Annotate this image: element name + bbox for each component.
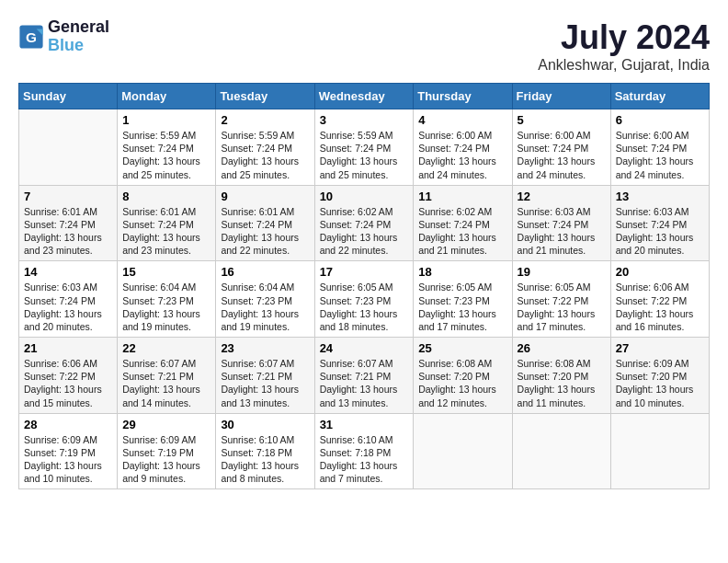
day-number: 16 [221,265,309,279]
day-info: Sunrise: 6:02 AM Sunset: 7:24 PM Dayligh… [418,205,506,258]
calendar-cell: 28Sunrise: 6:09 AM Sunset: 7:19 PM Dayli… [19,413,118,489]
day-number: 18 [418,265,506,279]
weekday-header-saturday: Saturday [610,84,709,109]
calendar-cell: 25Sunrise: 6:08 AM Sunset: 7:20 PM Dayli… [414,338,512,414]
subtitle: Ankleshwar, Gujarat, India [538,57,710,74]
week-row-2: 7Sunrise: 6:01 AM Sunset: 7:24 PM Daylig… [19,185,710,261]
day-number: 7 [24,190,112,203]
logo-icon: G [18,24,44,50]
calendar-cell: 22Sunrise: 6:07 AM Sunset: 7:21 PM Dayli… [118,338,216,414]
calendar-cell: 6Sunrise: 6:00 AM Sunset: 7:24 PM Daylig… [610,109,709,186]
calendar-cell: 24Sunrise: 6:07 AM Sunset: 7:21 PM Dayli… [314,338,414,414]
calendar-cell: 9Sunrise: 6:01 AM Sunset: 7:24 PM Daylig… [216,185,314,261]
calendar-cell: 3Sunrise: 5:59 AM Sunset: 7:24 PM Daylig… [314,109,414,186]
day-info: Sunrise: 6:03 AM Sunset: 7:24 PM Dayligh… [24,281,112,333]
day-info: Sunrise: 6:06 AM Sunset: 7:22 PM Dayligh… [616,281,704,333]
week-row-4: 21Sunrise: 6:06 AM Sunset: 7:22 PM Dayli… [19,338,710,414]
day-info: Sunrise: 6:02 AM Sunset: 7:24 PM Dayligh… [320,205,409,258]
day-info: Sunrise: 6:00 AM Sunset: 7:24 PM Dayligh… [616,129,704,181]
day-number: 13 [616,190,704,203]
calendar-cell [19,109,118,186]
logo: G GeneralBlue [18,18,109,55]
calendar-cell: 8Sunrise: 6:01 AM Sunset: 7:24 PM Daylig… [118,185,216,261]
day-number: 28 [24,418,112,431]
day-info: Sunrise: 5:59 AM Sunset: 7:24 PM Dayligh… [221,129,309,181]
calendar-cell: 17Sunrise: 6:05 AM Sunset: 7:23 PM Dayli… [314,261,414,338]
weekday-header-row: SundayMondayTuesdayWednesdayThursdayFrid… [19,84,710,109]
day-info: Sunrise: 6:03 AM Sunset: 7:24 PM Dayligh… [518,205,606,258]
day-info: Sunrise: 6:05 AM Sunset: 7:22 PM Dayligh… [518,281,606,333]
day-info: Sunrise: 6:05 AM Sunset: 7:23 PM Dayligh… [320,281,409,333]
day-number: 23 [221,341,309,355]
day-number: 22 [122,341,210,355]
day-number: 21 [24,341,112,355]
day-info: Sunrise: 6:00 AM Sunset: 7:24 PM Dayligh… [518,129,606,181]
day-info: Sunrise: 6:03 AM Sunset: 7:24 PM Dayligh… [616,205,704,258]
day-info: Sunrise: 6:00 AM Sunset: 7:24 PM Dayligh… [418,129,506,181]
day-number: 30 [221,418,309,431]
day-info: Sunrise: 6:09 AM Sunset: 7:20 PM Dayligh… [616,357,704,409]
calendar-cell: 26Sunrise: 6:08 AM Sunset: 7:20 PM Dayli… [512,338,610,414]
calendar-cell: 23Sunrise: 6:07 AM Sunset: 7:21 PM Dayli… [216,338,314,414]
day-number: 10 [320,190,409,203]
day-number: 9 [221,190,309,203]
calendar-cell: 30Sunrise: 6:10 AM Sunset: 7:18 PM Dayli… [216,413,314,489]
day-info: Sunrise: 6:01 AM Sunset: 7:24 PM Dayligh… [24,205,112,258]
calendar-cell: 1Sunrise: 5:59 AM Sunset: 7:24 PM Daylig… [118,109,216,186]
day-info: Sunrise: 6:07 AM Sunset: 7:21 PM Dayligh… [320,357,409,409]
day-info: Sunrise: 6:08 AM Sunset: 7:20 PM Dayligh… [418,357,506,409]
calendar-cell: 2Sunrise: 5:59 AM Sunset: 7:24 PM Daylig… [216,109,314,186]
calendar-cell: 16Sunrise: 6:04 AM Sunset: 7:23 PM Dayli… [216,261,314,338]
day-number: 29 [122,418,210,431]
week-row-1: 1Sunrise: 5:59 AM Sunset: 7:24 PM Daylig… [19,109,710,186]
day-info: Sunrise: 6:05 AM Sunset: 7:23 PM Dayligh… [418,281,506,333]
day-number: 1 [122,113,210,127]
weekday-header-thursday: Thursday [414,84,512,109]
day-info: Sunrise: 6:04 AM Sunset: 7:23 PM Dayligh… [221,281,309,333]
day-number: 20 [616,265,704,279]
day-info: Sunrise: 6:04 AM Sunset: 7:23 PM Dayligh… [122,281,210,333]
calendar-cell: 15Sunrise: 6:04 AM Sunset: 7:23 PM Dayli… [118,261,216,338]
calendar-cell [414,413,512,489]
day-info: Sunrise: 6:01 AM Sunset: 7:24 PM Dayligh… [122,205,210,258]
day-info: Sunrise: 5:59 AM Sunset: 7:24 PM Dayligh… [122,129,210,181]
day-info: Sunrise: 6:06 AM Sunset: 7:22 PM Dayligh… [24,357,112,409]
day-info: Sunrise: 6:10 AM Sunset: 7:18 PM Dayligh… [221,433,309,486]
day-info: Sunrise: 5:59 AM Sunset: 7:24 PM Dayligh… [320,129,409,181]
day-number: 8 [122,190,210,203]
calendar-cell: 18Sunrise: 6:05 AM Sunset: 7:23 PM Dayli… [414,261,512,338]
weekday-header-friday: Friday [512,84,610,109]
weekday-header-monday: Monday [118,84,216,109]
calendar-cell: 5Sunrise: 6:00 AM Sunset: 7:24 PM Daylig… [512,109,610,186]
day-info: Sunrise: 6:08 AM Sunset: 7:20 PM Dayligh… [518,357,606,409]
calendar-cell: 31Sunrise: 6:10 AM Sunset: 7:18 PM Dayli… [314,413,414,489]
weekday-header-wednesday: Wednesday [314,84,414,109]
day-number: 3 [320,113,409,127]
day-number: 19 [518,265,606,279]
week-row-5: 28Sunrise: 6:09 AM Sunset: 7:19 PM Dayli… [19,413,710,489]
day-number: 31 [320,418,409,431]
day-number: 26 [518,341,606,355]
day-info: Sunrise: 6:10 AM Sunset: 7:18 PM Dayligh… [320,433,409,486]
day-info: Sunrise: 6:09 AM Sunset: 7:19 PM Dayligh… [122,433,210,486]
logo-text: GeneralBlue [48,18,109,55]
day-number: 11 [418,190,506,203]
calendar-cell: 19Sunrise: 6:05 AM Sunset: 7:22 PM Dayli… [512,261,610,338]
day-number: 17 [320,265,409,279]
day-number: 25 [418,341,506,355]
day-info: Sunrise: 6:09 AM Sunset: 7:19 PM Dayligh… [24,433,112,486]
calendar-cell: 27Sunrise: 6:09 AM Sunset: 7:20 PM Dayli… [610,338,709,414]
week-row-3: 14Sunrise: 6:03 AM Sunset: 7:24 PM Dayli… [19,261,710,338]
calendar-cell: 29Sunrise: 6:09 AM Sunset: 7:19 PM Dayli… [118,413,216,489]
calendar-cell: 20Sunrise: 6:06 AM Sunset: 7:22 PM Dayli… [610,261,709,338]
calendar-cell: 12Sunrise: 6:03 AM Sunset: 7:24 PM Dayli… [512,185,610,261]
day-number: 6 [616,113,704,127]
day-info: Sunrise: 6:01 AM Sunset: 7:24 PM Dayligh… [221,205,309,258]
page-header: G GeneralBlue July 2024 Ankleshwar, Guja… [18,18,710,74]
calendar-cell: 10Sunrise: 6:02 AM Sunset: 7:24 PM Dayli… [314,185,414,261]
calendar-cell: 11Sunrise: 6:02 AM Sunset: 7:24 PM Dayli… [414,185,512,261]
calendar-cell [512,413,610,489]
day-number: 12 [518,190,606,203]
day-info: Sunrise: 6:07 AM Sunset: 7:21 PM Dayligh… [122,357,210,409]
day-info: Sunrise: 6:07 AM Sunset: 7:21 PM Dayligh… [221,357,309,409]
